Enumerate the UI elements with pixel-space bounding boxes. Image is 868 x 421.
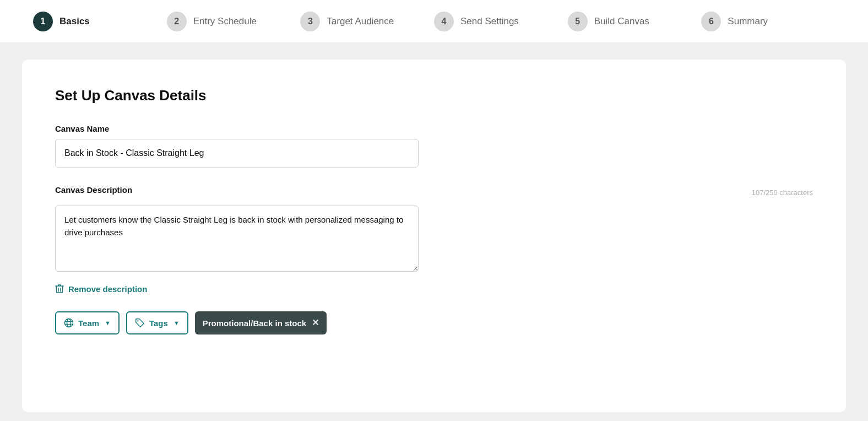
- team-dropdown-button[interactable]: Team ▼: [55, 311, 120, 334]
- step-circle-4: 4: [434, 12, 454, 31]
- globe-icon: [64, 318, 74, 328]
- tag-chip: Promotional/Back in stock ✕: [195, 311, 327, 334]
- step-circle-6: 6: [701, 12, 721, 31]
- team-btn-label: Team: [78, 319, 99, 328]
- step-build-canvas[interactable]: 5 Build Canvas: [568, 12, 702, 31]
- step-circle-5: 5: [568, 12, 588, 31]
- step-label-entry-schedule: Entry Schedule: [193, 16, 257, 27]
- svg-point-2: [65, 319, 73, 327]
- step-label-build-canvas: Build Canvas: [594, 16, 649, 27]
- step-target-audience[interactable]: 3 Target Audience: [300, 12, 434, 31]
- canvas-name-label: Canvas Name: [55, 124, 813, 133]
- team-caret-icon: ▼: [105, 320, 111, 326]
- step-entry-schedule[interactable]: 2 Entry Schedule: [167, 12, 301, 31]
- svg-point-6: [137, 321, 138, 322]
- stepper: 1 Basics 2 Entry Schedule 3 Target Audie…: [0, 0, 868, 43]
- svg-point-3: [67, 319, 71, 327]
- tags-dropdown-button[interactable]: Tags ▼: [126, 311, 188, 334]
- trash-icon: [55, 284, 64, 294]
- step-label-summary: Summary: [728, 16, 768, 27]
- tag-chip-label: Promotional/Back in stock: [203, 319, 306, 328]
- char-count: 107/250 characters: [752, 188, 813, 197]
- step-label-target-audience: Target Audience: [327, 16, 394, 27]
- remove-desc-label: Remove description: [68, 284, 147, 294]
- step-circle-3: 3: [300, 12, 320, 31]
- canvas-desc-input[interactable]: Let customers know the Classic Straight …: [55, 206, 419, 272]
- form-card: Set Up Canvas Details Canvas Name Canvas…: [22, 60, 846, 412]
- page-title: Set Up Canvas Details: [55, 87, 813, 104]
- step-label-send-settings: Send Settings: [460, 16, 519, 27]
- tags-btn-label: Tags: [149, 319, 168, 328]
- tags-caret-icon: ▼: [173, 320, 180, 326]
- step-summary[interactable]: 6 Summary: [701, 12, 835, 31]
- tag-icon: [135, 318, 145, 328]
- canvas-desc-label: Canvas Description: [55, 185, 132, 195]
- step-label-basics: Basics: [59, 16, 90, 27]
- desc-header-row: Canvas Description 107/250 characters: [55, 185, 813, 200]
- tag-chip-close-button[interactable]: ✕: [312, 319, 319, 327]
- step-basics[interactable]: 1 Basics: [33, 12, 167, 31]
- main-content: Set Up Canvas Details Canvas Name Canvas…: [0, 43, 868, 421]
- step-send-settings[interactable]: 4 Send Settings: [434, 12, 568, 31]
- remove-description-button[interactable]: Remove description: [55, 284, 147, 294]
- step-circle-2: 2: [167, 12, 187, 31]
- canvas-name-input[interactable]: [55, 139, 419, 168]
- tag-row: Team ▼ Tags ▼ Promotional/Back in stock …: [55, 311, 813, 334]
- step-circle-1: 1: [33, 12, 53, 31]
